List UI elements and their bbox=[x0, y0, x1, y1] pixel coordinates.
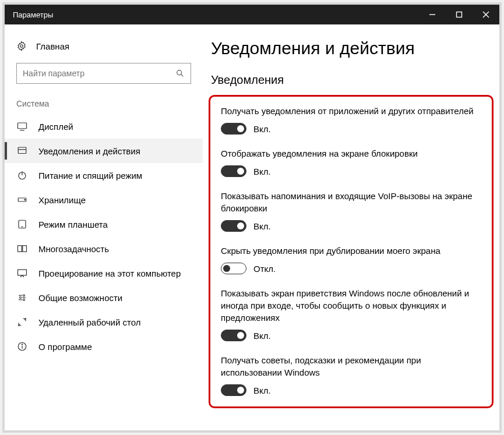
setting-item: Получать советы, подсказки и рекомендаци… bbox=[221, 354, 481, 396]
setting-label: Показывать напоминания и входящие VoIP-в… bbox=[221, 190, 481, 214]
toggle-row: Вкл. bbox=[221, 165, 481, 177]
nav-label: Дисплей bbox=[38, 122, 73, 132]
shared-icon bbox=[16, 292, 28, 303]
main-panel: Уведомления и действия Уведомления Получ… bbox=[203, 24, 499, 430]
toggle-row: Вкл. bbox=[221, 123, 481, 135]
svg-rect-19 bbox=[18, 270, 27, 275]
toggle-row: Вкл. bbox=[221, 384, 481, 396]
svg-point-23 bbox=[23, 295, 25, 296]
svg-rect-1 bbox=[457, 12, 462, 17]
toggle-row: Вкл. bbox=[221, 220, 481, 232]
toggle-row: Откл. bbox=[221, 263, 481, 274]
nav-label: Питание и спящий режим bbox=[38, 171, 142, 181]
sidebar-item-tablet[interactable]: Режим планшета bbox=[5, 212, 203, 236]
page-title: Уведомления и действия bbox=[209, 38, 494, 58]
nav-list: Дисплей Уведомления и действия Питание и… bbox=[5, 114, 203, 359]
toggle-state-label: Вкл. bbox=[253, 331, 271, 341]
setting-item: Отображать уведомления на экране блокиро… bbox=[221, 147, 481, 177]
setting-item: Показывать напоминания и входящие VoIP-в… bbox=[221, 190, 481, 232]
maximize-button[interactable] bbox=[446, 5, 473, 24]
window-controls bbox=[419, 5, 499, 24]
setting-label: Получать уведомления от приложений и дру… bbox=[221, 105, 481, 117]
sidebar-item-projecting[interactable]: Проецирование на этот компьютер bbox=[5, 261, 203, 285]
toggle-switch[interactable] bbox=[221, 330, 246, 341]
settings-highlight: Получать уведомления от приложений и дру… bbox=[209, 95, 494, 408]
toggle-state-label: Откл. bbox=[253, 264, 276, 274]
power-icon bbox=[16, 170, 28, 181]
window-title: Параметры bbox=[13, 10, 53, 19]
sidebar-item-shared[interactable]: Общие возможности bbox=[5, 285, 203, 310]
toggle-switch[interactable] bbox=[221, 165, 246, 177]
section-title: Уведомления bbox=[209, 73, 494, 87]
toggle-state-label: Вкл. bbox=[253, 124, 271, 134]
nav-label: Проецирование на этот компьютер bbox=[38, 268, 181, 278]
search-box[interactable] bbox=[16, 63, 191, 84]
svg-rect-17 bbox=[18, 246, 22, 252]
toggle-switch[interactable] bbox=[221, 263, 246, 274]
nav-label: Удаленный рабочий стол bbox=[38, 317, 140, 327]
storage-icon bbox=[16, 194, 28, 205]
svg-line-6 bbox=[181, 75, 184, 77]
svg-point-25 bbox=[23, 299, 25, 300]
toggle-state-label: Вкл. bbox=[253, 386, 271, 395]
search-icon bbox=[175, 69, 185, 78]
sidebar-item-about[interactable]: О программе bbox=[5, 334, 203, 359]
toggle-row: Вкл. bbox=[221, 330, 481, 341]
sidebar-item-notifications[interactable]: Уведомления и действия bbox=[5, 139, 203, 163]
titlebar: Параметры bbox=[5, 5, 499, 24]
multitasking-icon bbox=[16, 243, 28, 254]
close-button[interactable] bbox=[473, 5, 499, 24]
search-input[interactable] bbox=[23, 69, 175, 78]
setting-item: Получать уведомления от приложений и дру… bbox=[221, 105, 481, 135]
sidebar-section-label: Система bbox=[5, 94, 203, 114]
search-container bbox=[5, 57, 203, 94]
nav-label: Общие возможности bbox=[38, 293, 122, 303]
settings-window: Параметры Главная bbox=[2, 2, 502, 433]
svg-rect-18 bbox=[23, 246, 27, 252]
setting-label: Скрыть уведомления при дублировании моег… bbox=[221, 245, 481, 257]
minimize-button[interactable] bbox=[419, 5, 446, 24]
display-icon bbox=[16, 121, 28, 132]
setting-item: Скрыть уведомления при дублировании моег… bbox=[221, 245, 481, 274]
remote-icon bbox=[16, 317, 28, 327]
sidebar: Главная Система bbox=[5, 24, 203, 430]
client-area: Главная Система bbox=[5, 24, 499, 430]
svg-point-24 bbox=[20, 297, 22, 299]
toggle-switch[interactable] bbox=[221, 384, 246, 396]
svg-point-14 bbox=[24, 199, 26, 200]
svg-point-5 bbox=[177, 70, 182, 75]
sidebar-item-display[interactable]: Дисплей bbox=[5, 114, 203, 139]
home-button[interactable]: Главная bbox=[5, 35, 203, 57]
svg-rect-7 bbox=[18, 123, 27, 129]
toggle-switch[interactable] bbox=[221, 220, 246, 232]
toggle-state-label: Вкл. bbox=[253, 167, 271, 176]
svg-point-28 bbox=[22, 344, 22, 345]
nav-label: Уведомления и действия bbox=[38, 146, 140, 156]
setting-label: Получать советы, подсказки и рекомендаци… bbox=[221, 354, 481, 379]
toggle-switch[interactable] bbox=[221, 123, 246, 135]
home-label: Главная bbox=[36, 41, 69, 51]
sidebar-item-remote[interactable]: Удаленный рабочий стол bbox=[5, 310, 203, 334]
sidebar-item-multitasking[interactable]: Многозадачность bbox=[5, 236, 203, 261]
sidebar-item-power[interactable]: Питание и спящий режим bbox=[5, 163, 203, 188]
setting-item: Показывать экран приветствия Windows пос… bbox=[221, 287, 481, 341]
setting-label: Отображать уведомления на экране блокиро… bbox=[221, 147, 481, 160]
projecting-icon bbox=[16, 268, 28, 278]
gear-icon bbox=[16, 41, 27, 51]
tablet-icon bbox=[16, 219, 28, 229]
toggle-state-label: Вкл. bbox=[253, 221, 271, 231]
svg-rect-9 bbox=[18, 147, 26, 154]
about-icon bbox=[16, 341, 28, 352]
nav-label: Хранилище bbox=[38, 195, 86, 205]
notifications-icon bbox=[16, 146, 28, 156]
nav-label: О программе bbox=[38, 342, 92, 352]
svg-point-4 bbox=[20, 45, 23, 48]
sidebar-item-storage[interactable]: Хранилище bbox=[5, 188, 203, 212]
nav-label: Режим планшета bbox=[38, 220, 108, 229]
nav-label: Многозадачность bbox=[38, 244, 109, 254]
setting-label: Показывать экран приветствия Windows пос… bbox=[221, 287, 481, 324]
